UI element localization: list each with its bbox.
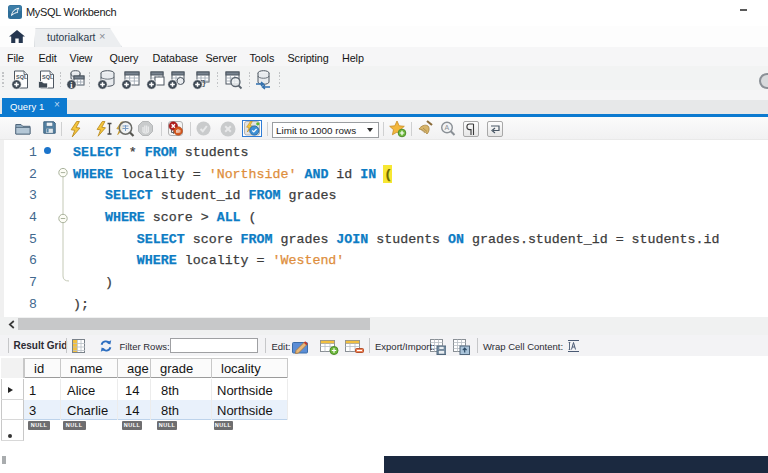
svg-text:SQL: SQL — [42, 74, 54, 80]
svg-text:SQL: SQL — [16, 74, 28, 80]
svg-text:A: A — [445, 124, 450, 131]
